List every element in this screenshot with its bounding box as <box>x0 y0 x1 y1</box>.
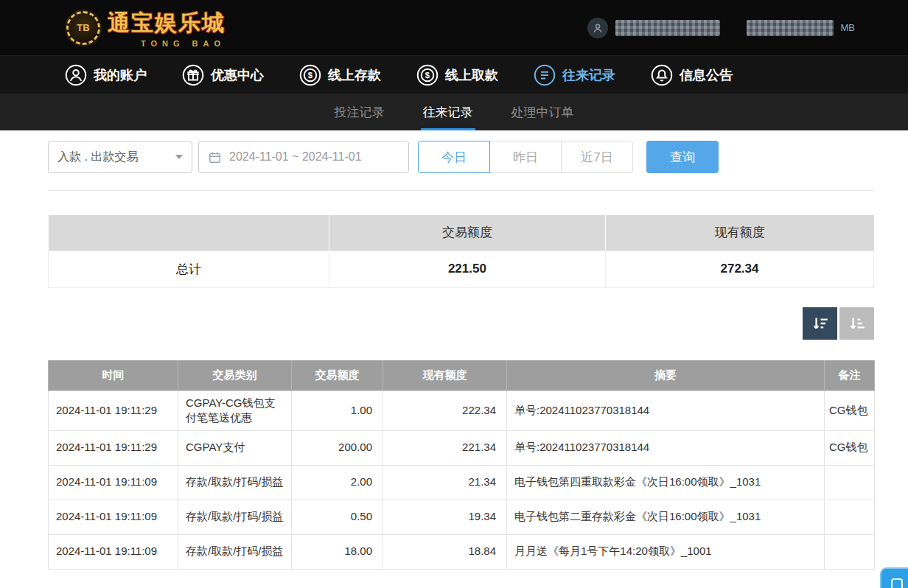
sort-ascending-button[interactable] <box>839 307 874 340</box>
date-range-value: 2024-11-01 ~ 2024-11-01 <box>229 150 362 164</box>
cell-balance: 222.34 <box>383 391 507 431</box>
nav-item-promotions[interactable]: 优惠中心 <box>182 64 264 86</box>
column-header-time: 时间 <box>49 360 178 391</box>
sub-nav: 投注记录 往来记录 处理中订单 <box>0 94 908 130</box>
nav-item-transaction-records[interactable]: 往来记录 <box>534 64 615 86</box>
quick-range-group: 今日 昨日 近7日 <box>418 141 633 173</box>
summary-table: 交易额度 现有额度 总计 221.50 272.34 <box>48 215 874 288</box>
filter-row: 入款 . 出款交易 2024-11-01 ~ 2024-11-01 今日 昨日 … <box>48 140 874 174</box>
logo-chip-icon: TB <box>66 11 100 45</box>
cell-type: CGPAY-CG钱包支付笔笔送优惠 <box>178 391 292 431</box>
calendar-icon <box>208 150 222 164</box>
cell-amount: 0.50 <box>292 500 383 534</box>
user-avatar-icon[interactable] <box>587 18 608 38</box>
content-area: 入款 . 出款交易 2024-11-01 ~ 2024-11-01 今日 昨日 … <box>0 130 908 570</box>
user-icon <box>65 64 87 86</box>
table-row: 2024-11-01 19:11:09 存款/取款/打码/损益 18.00 18… <box>49 534 875 569</box>
customer-service-button[interactable] <box>880 567 908 588</box>
cell-amount: 200.00 <box>292 430 383 465</box>
tab-transaction-records[interactable]: 往来记录 <box>421 94 475 130</box>
tab-processing-orders[interactable]: 处理中订单 <box>509 94 576 130</box>
cell-summary: 单号:202411023770318144 <box>507 430 825 465</box>
cell-balance: 221.34 <box>383 430 507 465</box>
nav-label: 往来记录 <box>562 66 615 84</box>
cell-summary: 电子钱包第四重取款彩金《次日16:00领取》_1031 <box>507 465 825 500</box>
summary-header-transaction: 交易额度 <box>329 215 605 251</box>
nav-item-online-withdrawal[interactable]: $ 线上取款 <box>416 64 498 86</box>
cell-balance: 18.84 <box>383 534 507 569</box>
cell-summary: 月月送《每月1号下午14:20领取》_1001 <box>507 534 825 569</box>
transaction-type-select[interactable]: 入款 . 出款交易 <box>48 141 192 173</box>
summary-row: 总计 221.50 272.34 <box>49 251 874 287</box>
summary-header-balance: 现有额度 <box>605 215 873 251</box>
date-range-input[interactable]: 2024-11-01 ~ 2024-11-01 <box>198 141 409 173</box>
transaction-type-value: 入款 . 出款交易 <box>57 150 138 165</box>
nav-item-online-deposit[interactable]: $ 线上存款 <box>299 64 381 86</box>
sort-descending-button[interactable] <box>803 307 837 340</box>
column-header-balance: 现有额度 <box>383 360 507 391</box>
table-row: 2024-11-01 19:11:09 存款/取款/打码/损益 0.50 19.… <box>49 500 875 534</box>
gift-icon <box>182 64 204 86</box>
column-header-summary: 摘要 <box>507 360 825 391</box>
sort-asc-icon <box>848 314 867 333</box>
cell-balance: 21.34 <box>383 465 507 500</box>
records-table: 时间 交易类别 交易额度 现有额度 摘要 备注 2024-11-01 19:11… <box>48 360 875 570</box>
column-header-type: 交易类别 <box>178 360 292 391</box>
cell-type: 存款/取款/打码/损益 <box>178 465 292 500</box>
cell-type: CGPAY支付 <box>178 430 292 465</box>
cell-time: 2024-11-01 19:11:09 <box>49 500 178 534</box>
main-nav: 我的账户 优惠中心 $ 线上存款 $ 线上取款 <box>0 55 908 94</box>
cell-type: 存款/取款/打码/损益 <box>178 534 292 569</box>
quick-range-last7days-button[interactable]: 近7日 <box>561 141 633 173</box>
nav-item-my-account[interactable]: 我的账户 <box>65 64 147 86</box>
quick-range-today-button[interactable]: 今日 <box>418 141 490 173</box>
summary-transaction-total: 221.50 <box>329 251 605 287</box>
cell-note: CG钱包 <box>825 430 875 465</box>
svg-text:$: $ <box>308 71 313 80</box>
cell-time: 2024-11-01 19:11:29 <box>49 391 178 431</box>
records-header-row: 时间 交易类别 交易额度 现有额度 摘要 备注 <box>49 360 875 391</box>
records-icon <box>534 64 556 86</box>
query-button[interactable]: 查询 <box>646 141 719 173</box>
tab-label: 往来记录 <box>423 104 473 121</box>
table-row: 2024-11-01 19:11:29 CGPAY-CG钱包支付笔笔送优惠 1.… <box>49 391 875 431</box>
logo-text: 通宝娱乐城 TONG BAO <box>108 8 226 48</box>
nav-label: 线上取款 <box>445 66 498 84</box>
sort-controls <box>48 307 874 340</box>
column-header-amount: 交易额度 <box>292 360 383 391</box>
summary-total-label: 总计 <box>49 251 329 287</box>
cell-summary: 单号:202411023770318144 <box>507 391 825 431</box>
cell-summary: 电子钱包第二重存款彩金《次日16:00领取》_1031 <box>507 500 825 534</box>
cell-time: 2024-11-01 19:11:29 <box>49 430 178 465</box>
cell-type: 存款/取款/打码/损益 <box>178 500 292 534</box>
masked-username <box>615 20 720 36</box>
cell-amount: 1.00 <box>292 391 383 431</box>
summary-balance-total: 272.34 <box>605 251 873 287</box>
chat-icon <box>888 575 906 588</box>
table-row: 2024-11-01 19:11:29 CGPAY支付 200.00 221.3… <box>49 430 875 465</box>
masked-balance <box>747 20 834 36</box>
withdraw-coin-icon: $ <box>416 64 439 86</box>
nav-item-announcements[interactable]: 信息公告 <box>651 64 733 86</box>
table-row: 2024-11-01 19:11:09 存款/取款/打码/损益 2.00 21.… <box>49 465 875 500</box>
caret-down-icon <box>175 155 183 159</box>
summary-header-empty <box>49 215 329 251</box>
top-header: TB 通宝娱乐城 TONG BAO MB <box>0 0 908 55</box>
tab-label: 处理中订单 <box>511 104 574 121</box>
cell-balance: 19.34 <box>383 500 507 534</box>
cell-note: CG钱包 <box>825 391 875 431</box>
cell-note <box>825 534 875 569</box>
site-logo[interactable]: TB 通宝娱乐城 TONG BAO <box>66 8 226 48</box>
logo-chip-text: TB <box>77 22 89 33</box>
nav-label: 信息公告 <box>680 66 733 84</box>
sort-desc-icon <box>811 314 830 333</box>
user-area: MB <box>587 18 856 38</box>
quick-range-yesterday-button[interactable]: 昨日 <box>489 141 562 173</box>
cell-note <box>825 500 875 534</box>
tab-betting-records[interactable]: 投注记录 <box>332 94 387 130</box>
nav-label: 我的账户 <box>94 66 147 84</box>
bell-icon <box>651 64 673 86</box>
cell-note <box>825 465 875 500</box>
logo-subtitle: TONG BAO <box>108 39 226 48</box>
column-header-note: 备注 <box>825 360 875 391</box>
